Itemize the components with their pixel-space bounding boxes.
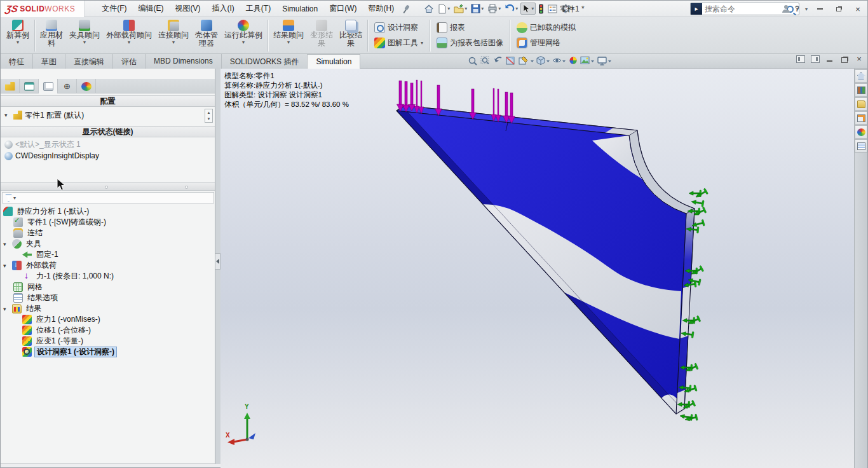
filter-caret[interactable]: ▾	[13, 195, 16, 201]
tree-item-fixtures[interactable]: 夹具	[1, 238, 215, 249]
compare-results-button[interactable]: 比较结 果	[336, 19, 365, 52]
tree-item-mesh[interactable]: 网格	[1, 282, 215, 292]
view-settings-caret[interactable]	[608, 60, 611, 62]
hide-show-caret[interactable]	[562, 60, 566, 62]
open-button[interactable]: ▾	[452, 3, 468, 15]
results-advisor-button[interactable]: 结果顾问 ▾	[270, 19, 307, 52]
propertymanager-tab[interactable]	[20, 79, 39, 93]
tree-item-stress1[interactable]: 应力1 (-vonMises-)	[1, 314, 215, 325]
report-button[interactable]: 报表	[435, 21, 505, 34]
shell-manager-button[interactable]: 壳体管 理器	[192, 19, 221, 52]
featuremanager-tab[interactable]	[1, 79, 20, 93]
menu-tools[interactable]: 工具(T)	[240, 1, 276, 17]
pane-right-icon[interactable]	[811, 55, 820, 63]
expand-caret[interactable]	[4, 112, 11, 118]
view-settings-icon[interactable]	[598, 57, 606, 65]
save-button[interactable]: ▾	[470, 3, 485, 14]
apply-scene-icon[interactable]	[581, 57, 589, 64]
menu-simulation[interactable]: Simulation	[276, 2, 323, 16]
undo-button[interactable]: ▾	[503, 3, 519, 14]
view-orientation-icon[interactable]	[537, 57, 545, 65]
tree-item-connections[interactable]: 连结	[1, 228, 215, 238]
configurationmanager-tab[interactable]	[39, 79, 58, 93]
external-loads-advisor-button[interactable]: 外部载荷顾问 ▾	[103, 19, 155, 52]
run-study-button[interactable]: 运行此算例 ▾	[221, 19, 266, 52]
hide-show-items-icon[interactable]	[553, 59, 561, 62]
menu-window[interactable]: 窗口(W)	[323, 1, 362, 17]
offloaded-simulation-button[interactable]: 已卸载的模拟	[515, 21, 578, 34]
annotation-view-icon[interactable]	[519, 57, 527, 64]
zoom-to-area-icon[interactable]	[481, 57, 489, 64]
graphics-viewport[interactable]: 模型名称:零件1 算例名称:静应力分析 1(-默认-) 图解类型: 设计洞察 设…	[220, 69, 855, 468]
panel-collapse-button[interactable]	[215, 253, 220, 270]
tab-mbd-dimensions[interactable]: MBD Dimensions	[146, 54, 222, 69]
home-button[interactable]	[423, 3, 435, 15]
section-view-icon[interactable]	[506, 57, 514, 64]
connections-advisor-button[interactable]: 连接顾问 ▾	[155, 19, 192, 52]
tab-direct-editing[interactable]: 直接编辑	[65, 54, 113, 69]
annotation-view-caret[interactable]	[531, 60, 534, 62]
include-image-for-report-button[interactable]: 为报表包括图像	[435, 36, 505, 50]
expand-caret[interactable]	[3, 263, 10, 269]
print-button[interactable]: ▾	[486, 3, 502, 14]
restore-button[interactable]	[832, 3, 846, 15]
menu-help[interactable]: 帮助(H)	[363, 1, 400, 17]
menu-edit[interactable]: 编辑(E)	[133, 1, 170, 17]
tree-item-design-insight1[interactable]: 设计洞察1 (-设计洞察-)	[1, 347, 215, 357]
config-spinner[interactable]: ▲▼	[205, 109, 213, 123]
taskpane-home-button[interactable]	[855, 69, 867, 83]
tab-sketch[interactable]: 草图	[33, 54, 65, 69]
close-button[interactable]: ×	[851, 3, 865, 15]
tree-item-displacement1[interactable]: 位移1 (-合位移-)	[1, 325, 215, 336]
expand-caret[interactable]	[3, 241, 10, 247]
rebuild-button[interactable]	[537, 3, 545, 15]
tree-item-result-options[interactable]: 结果选项	[1, 292, 215, 303]
taskpane-file-explorer-button[interactable]	[855, 97, 867, 111]
options-list-button[interactable]	[546, 4, 559, 14]
new-study-button[interactable]: 新算例 ▾	[3, 19, 32, 52]
doc-minimize-button[interactable]	[825, 55, 834, 63]
pin-menu-icon[interactable]	[402, 4, 411, 13]
expand-caret[interactable]	[3, 306, 10, 312]
taskpane-view-palette-button[interactable]	[855, 111, 867, 125]
tab-simulation[interactable]: Simulation	[308, 54, 360, 69]
doc-close-button[interactable]: ×	[855, 55, 864, 63]
taskpane-custom-properties-button[interactable]	[855, 139, 867, 153]
fixtures-advisor-button[interactable]: 夹具顾问 ▾	[66, 19, 103, 52]
displaymanager-tab[interactable]	[77, 79, 96, 93]
zoom-to-fit-icon[interactable]	[470, 58, 477, 65]
select-tool-button[interactable]: ▾	[520, 3, 536, 15]
help-button[interactable]: ?	[795, 4, 799, 13]
menu-view[interactable]: 视图(V)	[170, 1, 207, 17]
display-state-insight-row[interactable]: CWDesignInsightDisplay	[1, 150, 215, 162]
manage-network-button[interactable]: 管理网络	[515, 36, 578, 50]
tree-item-part[interactable]: 零件1 (-[SW]铸造碳钢-)	[1, 217, 215, 228]
tree-item-results[interactable]: 结果	[1, 303, 215, 314]
tab-evaluate[interactable]: 评估	[113, 54, 146, 69]
tab-solidworks-addins[interactable]: SOLIDWORKS 插件	[222, 54, 308, 69]
pane-left-icon[interactable]	[796, 55, 805, 63]
new-document-button[interactable]: ▾	[437, 3, 451, 15]
model-front-face[interactable]	[397, 106, 695, 415]
tree-item-fixed-1[interactable]: 固定-1	[1, 249, 215, 260]
tab-features[interactable]: 特征	[1, 54, 33, 69]
view-orientation-caret[interactable]	[546, 60, 550, 62]
tree-filter[interactable]: ▾	[2, 192, 214, 203]
search-input[interactable]	[705, 4, 787, 13]
edit-appearance-icon[interactable]	[570, 57, 577, 64]
panel-splitter[interactable]	[1, 182, 215, 191]
menu-insert[interactable]: 插入(I)	[207, 1, 240, 17]
tree-item-strain1[interactable]: 应变1 (-等量-)	[1, 336, 215, 347]
previous-view-icon[interactable]	[494, 57, 501, 62]
doc-restore-button[interactable]	[840, 55, 849, 63]
user-account-icon[interactable]	[782, 5, 790, 13]
taskpane-appearances-button[interactable]	[855, 125, 867, 139]
apply-scene-caret[interactable]	[591, 60, 594, 62]
help-caret[interactable]: ▾	[805, 6, 808, 12]
model-canvas[interactable]	[220, 69, 855, 468]
tree-item-force-1[interactable]: 力-1 (按条目: 1,000 N:)	[1, 271, 215, 282]
tree-item-static-study[interactable]: 静应力分析 1 (-默认-)	[1, 206, 215, 217]
plot-tools-button[interactable]: 图解工具 ▾	[372, 36, 425, 50]
apply-material-button[interactable]: 应用材 料	[37, 19, 66, 52]
menu-file[interactable]: 文件(F)	[96, 1, 132, 17]
